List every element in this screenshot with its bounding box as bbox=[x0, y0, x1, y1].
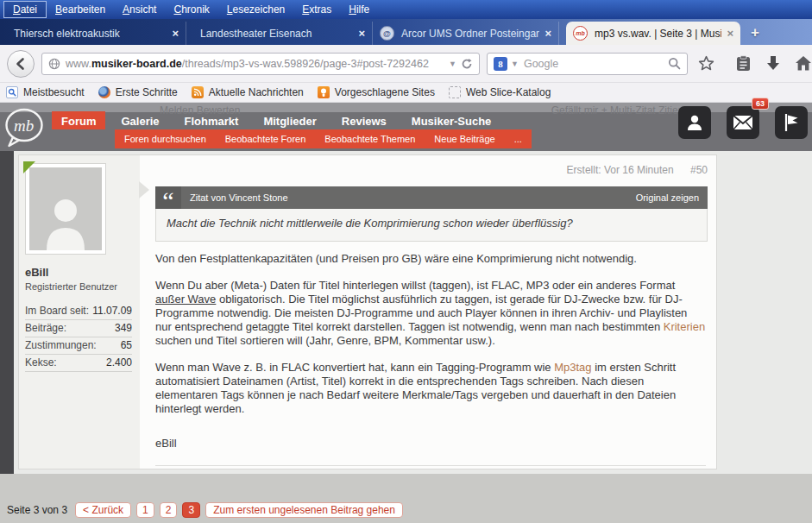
subnav-beobachtete-themen[interactable]: Beobachtete Themen bbox=[315, 134, 425, 144]
username[interactable]: eBill bbox=[25, 266, 140, 279]
subnav-more[interactable]: ... bbox=[505, 134, 532, 144]
bookmark-vorgeschlagene-sites[interactable]: Vorgeschlagene Sites bbox=[318, 86, 435, 98]
subnav-foren-durchsuchen[interactable]: Foren durchsuchen bbox=[115, 134, 216, 144]
prev-page-button[interactable]: < Zurück bbox=[75, 502, 131, 518]
clipboard-icon bbox=[735, 55, 752, 72]
stat-row-kekse: Kekse: 2.400 bbox=[25, 355, 132, 372]
tab-mp3-vs-wav-active[interactable]: mb mp3 vs.wav. | Seite 3 | Musik... × bbox=[566, 22, 740, 45]
bookmarks-bar: Meistbesucht Erste Schritte Aktuelle Nac… bbox=[0, 83, 812, 103]
overlapped-post-actions-right: Gefällt mir + Multi-Zitat Zitieren bbox=[551, 104, 693, 117]
menu-lesezeichen[interactable]: Lesezeichen bbox=[218, 2, 293, 17]
tab-close-icon[interactable]: × bbox=[358, 27, 365, 40]
nav-galerie[interactable]: Galerie bbox=[111, 111, 168, 129]
tab-landestheater[interactable]: Landestheater Eisenach × bbox=[186, 22, 373, 45]
alerts-button[interactable] bbox=[775, 106, 808, 139]
bookmark-label: Erste Schritte bbox=[116, 86, 178, 98]
page-left-edge bbox=[0, 151, 14, 474]
address-bar[interactable]: www.musiker-board.de/threads/mp3-vs-wav.… bbox=[41, 53, 480, 75]
jump-to-unread-button[interactable]: Zum ersten ungelesenen Beitrag gehen bbox=[205, 502, 403, 518]
quote-text: Macht die Technik nicht mittlerweile die… bbox=[155, 209, 708, 242]
bookmark-label: Aktuelle Nachrichten bbox=[209, 86, 304, 98]
post-footer: Melden Bewerten Gefällt mir + Multi-Zita… bbox=[155, 465, 706, 469]
download-arrow-icon bbox=[765, 55, 781, 72]
nav-reviews[interactable]: Reviews bbox=[332, 111, 396, 129]
menu-ansicht[interactable]: Ansicht bbox=[114, 2, 165, 17]
stat-label: Im Board seit: bbox=[25, 305, 89, 317]
tab-close-icon[interactable]: × bbox=[544, 27, 551, 40]
search-engine-dropdown-icon[interactable]: ▼ bbox=[511, 60, 519, 68]
user-avatar[interactable] bbox=[26, 164, 105, 254]
new-tab-button[interactable]: + bbox=[751, 24, 759, 41]
quote-show-original-link[interactable]: Original zeigen bbox=[636, 192, 708, 203]
back-arrow-icon bbox=[14, 57, 28, 71]
menu-hilfe[interactable]: Hilfe bbox=[340, 2, 378, 17]
quote-header: “ Zitat von Vincent Stone Original zeige… bbox=[155, 186, 708, 209]
text-run: suchen und Titel sortieren will (Jahr, G… bbox=[155, 334, 495, 347]
page-1-button[interactable]: 1 bbox=[136, 502, 154, 518]
url-dropdown-icon[interactable]: ▼ bbox=[449, 60, 456, 68]
user-title: Registrierter Benutzer bbox=[25, 281, 140, 292]
flag-icon bbox=[783, 113, 800, 132]
tab-close-icon[interactable]: × bbox=[727, 27, 733, 40]
musiker-board-favicon-icon: mb bbox=[573, 26, 588, 41]
search-magnifier-icon[interactable] bbox=[668, 57, 681, 70]
thread-content-area: eBill Registrierter Benutzer Im Board se… bbox=[0, 151, 812, 474]
account-button[interactable] bbox=[678, 106, 711, 139]
musiker-board-logo[interactable]: mb bbox=[3, 107, 45, 148]
downloads-button[interactable] bbox=[762, 52, 785, 75]
stat-value: 349 bbox=[115, 322, 132, 334]
nav-mitglieder[interactable]: Mitglieder bbox=[254, 111, 325, 129]
forum-sub-nav: Foren durchsuchen Beobachtete Foren Beob… bbox=[115, 129, 532, 148]
post-user-sidebar: eBill Registrierter Benutzer Im Board se… bbox=[19, 155, 140, 469]
subnav-beobachtete-foren[interactable]: Beobachtete Foren bbox=[216, 134, 316, 144]
page-2-button[interactable]: 2 bbox=[160, 502, 178, 518]
menu-datei[interactable]: Datei bbox=[3, 1, 47, 18]
inline-link[interactable]: Kriterien bbox=[664, 320, 705, 333]
subnav-neue-beitraege[interactable]: Neue Beiträge bbox=[425, 134, 504, 144]
home-icon bbox=[795, 55, 812, 72]
menu-bearbeiten[interactable]: Bearbeiten bbox=[47, 2, 114, 17]
tab-arcor[interactable]: @ Arcor UMS Ordner Posteingang × bbox=[373, 22, 559, 45]
url-prefix: www. bbox=[66, 58, 91, 70]
menu-extras[interactable]: Extras bbox=[293, 2, 340, 17]
post-number[interactable]: #50 bbox=[690, 164, 708, 176]
search-input[interactable] bbox=[522, 57, 664, 71]
page-3-button-active[interactable]: 3 bbox=[182, 502, 200, 518]
inbox-button[interactable]: 63 bbox=[727, 106, 759, 139]
inbox-count-badge: 63 bbox=[752, 98, 769, 110]
online-indicator-icon bbox=[23, 161, 35, 173]
bookmark-erste-schritte[interactable]: Erste Schritte bbox=[98, 86, 178, 98]
stat-row-beitraege: Beiträge: 349 bbox=[25, 320, 132, 337]
tab-close-icon[interactable]: × bbox=[172, 27, 179, 40]
inline-link[interactable]: Mp3tag bbox=[554, 361, 591, 374]
post-50: eBill Registrierter Benutzer Im Board se… bbox=[18, 154, 717, 469]
text-run: Von den Festplattenkapazitäten (und Prei… bbox=[155, 252, 637, 265]
nav-flohmarkt[interactable]: Flohmarkt bbox=[175, 111, 249, 129]
post-body: Von den Festplattenkapazitäten (und Prei… bbox=[155, 252, 708, 416]
bookmark-meistbesucht[interactable]: Meistbesucht bbox=[6, 86, 85, 98]
text-run: außer Wave bbox=[155, 293, 216, 306]
stat-label: Beiträge: bbox=[25, 322, 66, 334]
bookmark-star-button[interactable] bbox=[695, 52, 718, 75]
nav-forum[interactable]: Forum bbox=[52, 111, 105, 129]
bookmark-web-slice-katalog[interactable]: Web Slice-Katalog bbox=[449, 86, 551, 98]
post-signature: eBill bbox=[155, 437, 708, 450]
menu-chronik[interactable]: Chronik bbox=[165, 2, 217, 17]
tab-title: Landestheater Eisenach bbox=[193, 28, 353, 40]
arcor-favicon-icon: @ bbox=[380, 26, 394, 41]
post-created-time[interactable]: Erstellt: Vor 16 Minuten bbox=[567, 164, 674, 176]
nav-musiker-suche[interactable]: Musiker-Suche bbox=[402, 111, 500, 129]
stat-value: 11.07.09 bbox=[92, 305, 132, 317]
search-bar[interactable]: 8 ▼ bbox=[487, 53, 688, 75]
globe-icon bbox=[48, 58, 60, 70]
reload-icon[interactable] bbox=[461, 58, 473, 70]
web-slice-icon bbox=[449, 86, 461, 98]
post-paragraph: Wenn man Wave z. B. in FLAC konvertiert … bbox=[155, 361, 706, 416]
lightbulb-icon bbox=[318, 86, 330, 98]
back-button[interactable] bbox=[7, 50, 35, 78]
tab-thiersch[interactable]: Thiersch elektroakustik × bbox=[0, 22, 186, 45]
bookmark-aktuelle-nachrichten[interactable]: Aktuelle Nachrichten bbox=[192, 86, 304, 98]
home-button[interactable] bbox=[792, 52, 812, 75]
url-domain: musiker-board.de bbox=[91, 58, 182, 70]
bookmarks-panel-button[interactable] bbox=[732, 52, 755, 75]
